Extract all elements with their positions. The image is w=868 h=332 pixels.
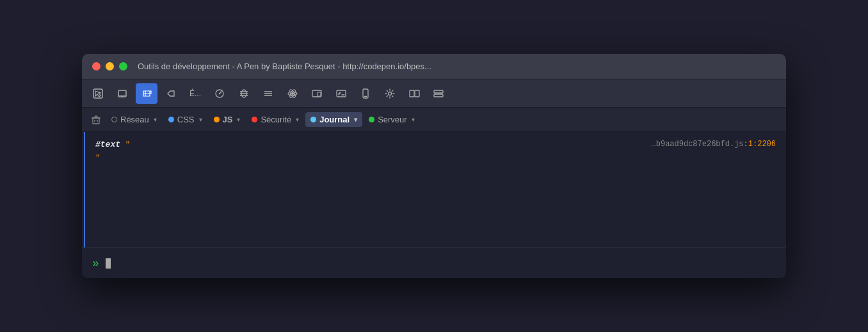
terminal-tool-button[interactable] bbox=[330, 83, 352, 104]
svg-rect-25 bbox=[410, 90, 414, 97]
console-content: #text " " …b9aad9dc87e26bfd.js:1:2206 bbox=[85, 132, 786, 247]
window-title: Outils de développement - A Pen by Bapti… bbox=[138, 62, 431, 71]
tab-chevron-css: ▾ bbox=[199, 116, 202, 123]
tab-bar: Réseau ▾ CSS ▾ JS ▾ Sécurité ▾ Journal ▾… bbox=[82, 108, 786, 132]
tab-dot-securite bbox=[252, 117, 257, 122]
text-quote-line: " bbox=[95, 152, 131, 165]
tab-dot-js bbox=[214, 117, 220, 122]
code-label: É... bbox=[189, 89, 201, 98]
tab-securite[interactable]: Sécurité ▾ bbox=[246, 112, 304, 127]
quote1: " bbox=[125, 140, 131, 149]
svg-rect-28 bbox=[434, 94, 443, 97]
console-source: …b9aad9dc87e26bfd.js:1:2206 bbox=[652, 138, 776, 151]
mobile-tool-button[interactable] bbox=[355, 83, 376, 104]
code-tool-button[interactable]: É... bbox=[184, 83, 206, 104]
tab-label-reseau: Réseau bbox=[120, 115, 149, 124]
tab-label-securite: Sécurité bbox=[261, 115, 291, 124]
input-cursor bbox=[106, 258, 111, 269]
maximize-button[interactable] bbox=[119, 62, 127, 71]
device-tool-button[interactable] bbox=[111, 83, 133, 104]
svg-rect-27 bbox=[434, 90, 443, 93]
input-area[interactable]: » bbox=[82, 247, 786, 278]
text-node-label: #text bbox=[95, 140, 125, 149]
quote2: " bbox=[95, 153, 100, 163]
tab-chevron-journal: ▾ bbox=[354, 116, 357, 123]
text-node-line: #text " bbox=[95, 138, 131, 152]
panels-tool-button[interactable] bbox=[428, 83, 449, 104]
tag-tool-button[interactable] bbox=[160, 83, 182, 104]
elements-tool-button[interactable] bbox=[136, 83, 157, 104]
svg-rect-20 bbox=[337, 90, 346, 97]
console-left: #text " " bbox=[95, 138, 131, 165]
svg-point-5 bbox=[219, 92, 220, 94]
console-line-1: #text " " …b9aad9dc87e26bfd.js:1:2206 bbox=[95, 138, 776, 165]
tab-dot-serveur bbox=[369, 117, 374, 122]
traffic-lights bbox=[92, 62, 127, 71]
network-tool-button[interactable] bbox=[233, 83, 255, 104]
close-button[interactable] bbox=[92, 62, 100, 71]
tab-chevron-serveur: ▾ bbox=[412, 116, 415, 123]
svg-point-13 bbox=[291, 92, 294, 95]
tab-journal[interactable]: Journal ▾ bbox=[305, 112, 362, 127]
title-bar: Outils de développement - A Pen by Bapti… bbox=[82, 54, 786, 79]
perf-tool-button[interactable] bbox=[209, 83, 230, 104]
tab-js[interactable]: JS ▾ bbox=[209, 112, 246, 127]
console-area: #text " " …b9aad9dc87e26bfd.js:1:2206 bbox=[82, 132, 786, 247]
tab-label-journal: Journal bbox=[319, 115, 350, 124]
source-ext: .js bbox=[730, 140, 744, 149]
cursor-tool-button[interactable] bbox=[87, 83, 109, 104]
svg-rect-18 bbox=[317, 92, 321, 96]
tab-dot-css bbox=[168, 117, 174, 122]
tab-chevron-securite: ▾ bbox=[296, 116, 299, 123]
minimize-button[interactable] bbox=[106, 62, 114, 71]
settings-button[interactable] bbox=[379, 83, 401, 104]
split-tool-button[interactable] bbox=[403, 83, 425, 104]
svg-point-24 bbox=[389, 92, 392, 95]
tab-label-js: JS bbox=[223, 115, 233, 124]
source-location: :1:2206 bbox=[744, 140, 776, 149]
toolbar: É... bbox=[82, 79, 786, 108]
tab-serveur[interactable]: Serveur ▾ bbox=[364, 112, 420, 127]
tab-css[interactable]: CSS ▾ bbox=[163, 112, 207, 127]
svg-rect-0 bbox=[93, 89, 102, 98]
devtools-window: Outils de développement - A Pen by Bapti… bbox=[82, 54, 786, 278]
tab-label-css: CSS bbox=[177, 115, 195, 124]
svg-rect-26 bbox=[415, 90, 419, 97]
delete-button[interactable] bbox=[87, 111, 105, 129]
layout2-tool-button[interactable] bbox=[257, 83, 279, 104]
react-tool-button[interactable] bbox=[282, 83, 303, 104]
source-prefix: …b9aad9dc87e26bfd bbox=[652, 140, 730, 149]
tab-dot-reseau bbox=[111, 117, 117, 122]
tab-dot-journal bbox=[310, 117, 316, 122]
tab-reseau[interactable]: Réseau ▾ bbox=[106, 112, 162, 127]
svg-rect-29 bbox=[93, 118, 99, 124]
input-prompt-icon: » bbox=[92, 257, 99, 270]
tab-label-serveur: Serveur bbox=[378, 115, 407, 124]
tab-chevron-reseau: ▾ bbox=[154, 116, 157, 123]
tab-chevron-js: ▾ bbox=[237, 116, 240, 123]
responsive-tool-button[interactable] bbox=[306, 83, 328, 104]
